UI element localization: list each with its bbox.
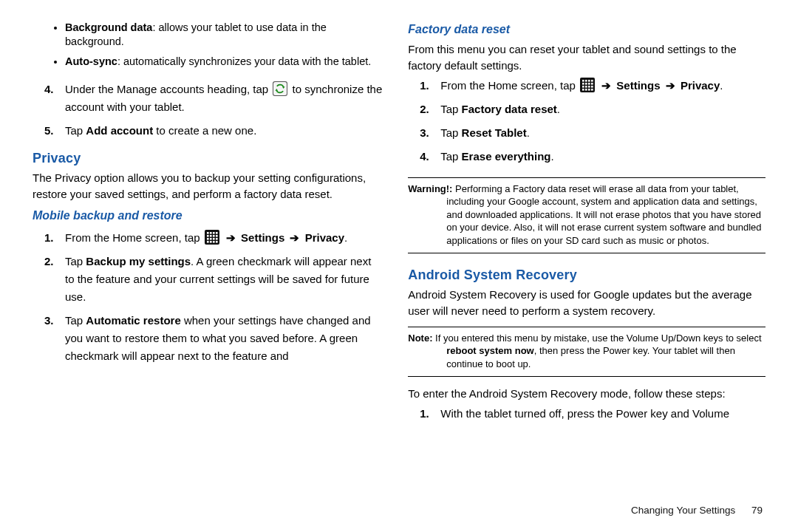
fac-s1-privacy: Privacy: [681, 79, 720, 92]
svg-rect-26: [588, 83, 590, 85]
svg-rect-4: [210, 232, 212, 234]
fac-s1-settings: Settings: [616, 79, 660, 92]
manage-accounts-steps: Under the Manage accounts heading, tap t…: [33, 81, 383, 146]
apps-grid-icon: [580, 78, 595, 92]
divider: [408, 376, 765, 377]
asr-steps: With the tablet turned off, press the Po…: [408, 405, 765, 429]
footer-page-number: 79: [738, 505, 763, 516]
svg-rect-32: [582, 89, 584, 91]
heading-mobile-backup: Mobile backup and restore: [33, 207, 383, 225]
svg-rect-28: [582, 86, 584, 88]
fac-step-3: Tap Reset Tablet.: [420, 124, 765, 142]
mobile-backup-steps: From the Home screen, tap ➔ Settings: [33, 229, 383, 371]
svg-rect-25: [585, 83, 587, 85]
bullet-background-data: Background data: allows your tablet to u…: [65, 21, 383, 49]
mob-s3-bold: Automatic restore: [86, 314, 180, 327]
svg-rect-35: [591, 89, 593, 91]
divider: [408, 327, 765, 327]
svg-rect-1: [273, 82, 287, 95]
warning-block: Warning!: Performing a Factory data rese…: [408, 183, 765, 248]
svg-rect-20: [582, 80, 584, 82]
right-column: Factory data reset From this menu you ca…: [408, 21, 765, 517]
svg-rect-17: [213, 241, 215, 243]
bullet-text: : automatically synchronizes your data w…: [117, 55, 371, 67]
mob-step-3: Tap Automatic restore when your settings…: [44, 312, 383, 365]
fac-step-2: Tap Factory data reset.: [420, 100, 765, 118]
bullet-auto-sync: Auto-sync: automatically synchronizes yo…: [65, 55, 383, 69]
svg-rect-33: [585, 89, 587, 91]
svg-rect-9: [213, 235, 215, 237]
left-column: Background data: allows your tablet to u…: [33, 21, 383, 517]
bullet-label: Auto-sync: [65, 55, 117, 67]
sync-icon: [273, 81, 287, 96]
bullet-label: Background data: [65, 21, 152, 33]
svg-rect-10: [216, 235, 218, 237]
step5-pre: Tap: [65, 124, 86, 137]
mob-s2-bold: Backup my settings: [86, 255, 191, 267]
fac-s3-bold: Reset Tablet: [462, 126, 527, 139]
note-bold: reboot system now: [446, 345, 533, 356]
svg-rect-8: [210, 235, 212, 237]
svg-rect-14: [216, 238, 218, 240]
arrow-icon: ➔: [599, 79, 613, 92]
footer-section: Changing Your Settings: [631, 505, 735, 516]
data-usage-bullets: Background data: allows your tablet to u…: [33, 21, 383, 75]
step5-bold: Add account: [86, 124, 153, 137]
svg-rect-5: [213, 232, 215, 234]
mob-s2-pre: Tap: [65, 255, 86, 267]
svg-rect-11: [207, 238, 209, 240]
fac-s4-pre: Tap: [440, 150, 461, 163]
svg-rect-15: [207, 241, 209, 243]
mob-s1-pre: From the Home screen, tap: [65, 231, 203, 244]
step4-pre: Under the Manage accounts heading, tap: [65, 83, 271, 95]
mob-s3-pre: Tap: [65, 314, 86, 327]
divider: [408, 253, 765, 253]
svg-rect-6: [216, 232, 218, 234]
mob-step-2: Tap Backup my settings. A green checkmar…: [44, 253, 383, 306]
privacy-body: The Privacy option allows you to backup …: [33, 170, 383, 202]
svg-rect-18: [216, 241, 218, 243]
asr-step-1: With the tablet turned off, press the Po…: [420, 405, 765, 423]
svg-rect-29: [585, 86, 587, 88]
step5-post: to create a new one.: [153, 124, 256, 137]
page-footer: Changing Your Settings 79: [631, 505, 763, 516]
warning-text: Performing a Factory data reset will era…: [446, 183, 761, 246]
arrow-icon: ➔: [664, 79, 678, 92]
asr-enter: To enter the Android System Recovery mod…: [408, 386, 765, 402]
arrow-icon: ➔: [224, 231, 238, 244]
svg-rect-12: [210, 238, 212, 240]
mob-s1-privacy: Privacy: [305, 231, 344, 244]
svg-rect-3: [207, 232, 209, 234]
factory-reset-body: From this menu you can reset your tablet…: [408, 41, 765, 74]
svg-rect-21: [585, 80, 587, 82]
fac-s3-pre: Tap: [440, 126, 461, 139]
fac-s2-pre: Tap: [440, 103, 461, 115]
svg-rect-22: [588, 80, 590, 82]
step-5: Tap Add account to create a new one.: [44, 122, 383, 140]
svg-rect-30: [588, 86, 590, 88]
note-label: Note:: [408, 332, 432, 344]
factory-reset-steps: From the Home screen, tap ➔ Settings: [408, 77, 765, 171]
heading-asr: Android System Recovery: [408, 265, 765, 285]
svg-rect-31: [591, 86, 593, 88]
fac-s1-pre: From the Home screen, tap: [440, 79, 579, 92]
fac-s2-bold: Factory data reset: [462, 103, 557, 115]
svg-rect-27: [591, 83, 593, 85]
svg-rect-34: [588, 89, 590, 91]
manual-page: Background data: allows your tablet to u…: [0, 0, 798, 532]
note-block: Note: If you entered this menu by mistak…: [408, 332, 765, 371]
svg-rect-7: [207, 235, 209, 237]
asr-body: Android System Recovery is used for Goog…: [408, 287, 765, 319]
fac-s4-bold: Erase everything: [462, 150, 551, 163]
apps-grid-icon: [205, 230, 219, 245]
divider: [408, 177, 765, 178]
step-4: Under the Manage accounts heading, tap t…: [44, 81, 383, 116]
heading-factory-reset: Factory data reset: [408, 21, 765, 38]
svg-rect-16: [210, 241, 212, 243]
mob-step-1: From the Home screen, tap ➔ Settings: [44, 229, 383, 247]
svg-rect-23: [591, 80, 593, 82]
heading-privacy: Privacy: [33, 149, 383, 168]
asr-s1: With the tablet turned off, press the Po…: [440, 407, 729, 420]
mob-s1-settings: Settings: [241, 231, 284, 244]
arrow-icon: ➔: [287, 231, 301, 244]
